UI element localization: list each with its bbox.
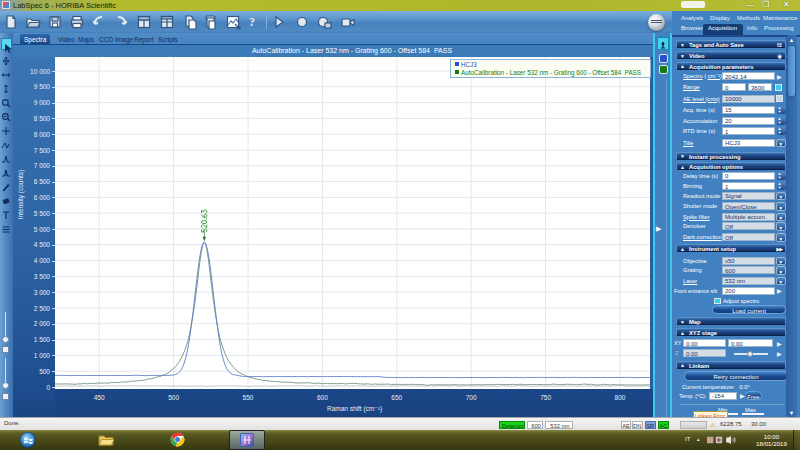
svg-text:?: ? bbox=[249, 15, 255, 29]
